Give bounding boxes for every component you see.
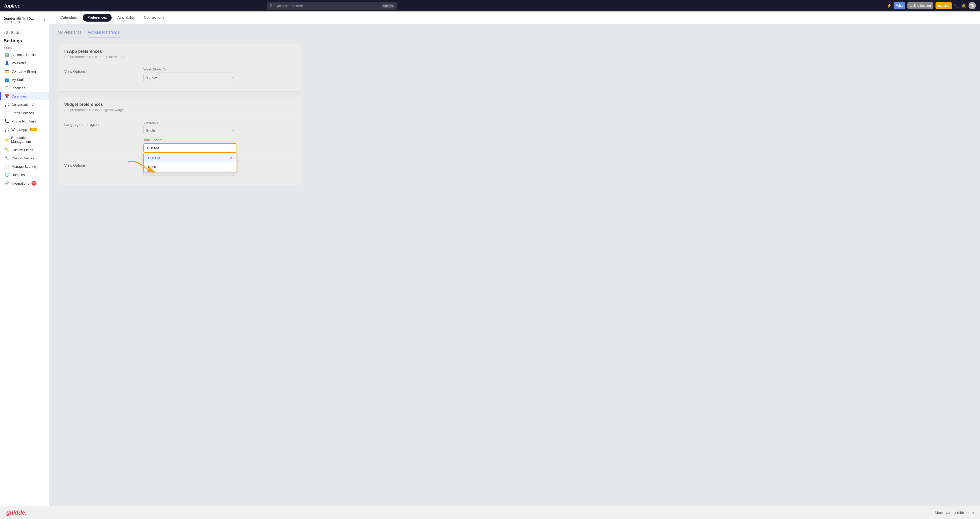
company-billing-icon: 💳 xyxy=(5,69,9,73)
lightning-icon[interactable]: ⚡ xyxy=(886,3,891,8)
sidebar-item-custom-fields[interactable]: ✏️ Custom Fields xyxy=(0,146,49,154)
email-services-icon: ✉️ xyxy=(5,111,9,115)
time-format-option-12h[interactable]: 1:30 PM ✓ xyxy=(144,153,237,162)
content-tabs: Calendars Preferences Availability Conne… xyxy=(49,11,980,24)
calendars-icon: 📅 xyxy=(5,94,9,98)
sidebar-item-phone-numbers[interactable]: 📞 Phone Numbers xyxy=(0,117,49,125)
sidebar-label-pipelines: Pipelines xyxy=(11,86,25,90)
sidebar-label-conversation-ai: Conversation AI xyxy=(11,103,35,106)
sidebar-item-reputation-management[interactable]: ⭐ Reputation Management xyxy=(0,134,49,146)
sidebar-item-custom-values[interactable]: 🔧 Custom Values xyxy=(0,154,49,162)
sidebar-label-domains: Domains xyxy=(11,173,25,177)
updates-button[interactable]: updates xyxy=(935,2,952,9)
my-profile-icon: 👤 xyxy=(5,61,9,65)
tab-availability[interactable]: Availability xyxy=(113,12,139,24)
week-starts-on-field: Week Starts On Sunday Monday xyxy=(143,67,237,82)
sidebar-label-email-services: Email Services xyxy=(11,111,34,115)
topbar-right: ⚡ Wha topline Support updates 📞 🔔 TU xyxy=(886,2,976,10)
notification-bell-icon[interactable]: 🔔 xyxy=(961,3,966,8)
sidebar-item-my-profile[interactable]: 👤 My Profile xyxy=(0,59,49,67)
sidebar-item-email-services[interactable]: ✉️ Email Services xyxy=(0,109,49,117)
preference-tabs: My Preference Account Preference xyxy=(58,30,301,37)
user-avatar[interactable]: TU xyxy=(969,2,976,10)
sidebar-label-reputation-management: Reputation Management xyxy=(11,136,46,143)
sidebar-label-integrations: Integrations xyxy=(11,181,29,186)
pref-tab-my-preference[interactable]: My Preference xyxy=(58,30,81,37)
time-format-option-24h[interactable]: 13:30 xyxy=(144,162,237,171)
support-button[interactable]: topline Support xyxy=(907,2,934,9)
search-bar[interactable]: 🔍 Quick search here Ctrl + K xyxy=(267,2,397,10)
in-app-desc: Set preferences like start day for the a… xyxy=(64,55,295,59)
sidebar-item-my-staff[interactable]: 👥 My Staff xyxy=(0,75,49,84)
custom-values-icon: 🔧 xyxy=(5,156,9,160)
time-format-dropdown: 1:30 PM ✓ 13:30 xyxy=(143,152,237,172)
view-options-label: View Options xyxy=(64,67,137,74)
pref-tab-account-preference[interactable]: Account Preference xyxy=(88,30,120,37)
domains-icon: 🌐 xyxy=(5,173,9,177)
tab-preferences[interactable]: Preferences xyxy=(83,14,111,22)
sidebar-label-manage-scoring: Manage Scoring xyxy=(11,165,36,168)
chevron-down-icon: ▾ xyxy=(44,19,46,22)
sidebar-item-company-billing[interactable]: 💳 Company Billing xyxy=(0,67,49,75)
widget-desc: Set preferences like language for widget xyxy=(64,108,295,112)
sidebar-item-business-profile[interactable]: 🏢 Business Profile xyxy=(0,51,49,59)
sidebar: Dunder Mifflin [D... Scranton, PA ▾ ‹ Go… xyxy=(0,11,49,506)
option-24h-label: 13:30 xyxy=(148,165,156,169)
sidebar-item-integrations[interactable]: 🔗 Integrations 20 xyxy=(0,179,49,188)
view-options-row: View Options Week Starts On Sunday Monda… xyxy=(64,67,295,82)
settings-title: Settings xyxy=(0,37,49,46)
integrations-badge: 20 xyxy=(32,181,37,186)
sidebar-item-domains[interactable]: 🌐 Domains xyxy=(0,171,49,179)
time-format-dropdown-container: 1:30 PM ⌄ 1:30 PM ✓ 13:30 xyxy=(143,143,237,152)
time-format-label: Time Format xyxy=(143,138,237,142)
dropdown-chevron-icon: ⌄ xyxy=(226,146,229,150)
topbar: topline 🔍 Quick search here Ctrl + K ⚡ W… xyxy=(0,0,980,11)
language-region-label: Language and region xyxy=(64,121,137,127)
footer-logo: guidde. xyxy=(6,509,27,516)
time-format-value: 1:30 PM xyxy=(146,146,159,150)
sidebar-label-company-billing: Company Billing xyxy=(11,70,36,73)
sidebar-label-custom-fields: Custom Fields xyxy=(11,148,33,152)
footer-text: Made with guidde.com xyxy=(935,510,974,515)
phone-numbers-icon: 📞 xyxy=(5,119,9,123)
sidebar-item-whatsapp[interactable]: 💬 WhatsApp beta xyxy=(0,125,49,134)
go-back-label: Go Back xyxy=(6,31,19,35)
check-icon: ✓ xyxy=(230,156,233,160)
tab-connections[interactable]: Connections xyxy=(139,12,169,24)
account-name: Dunder Mifflin [D... xyxy=(4,17,34,21)
business-profile-icon: 🏢 xyxy=(5,52,9,57)
sidebar-item-manage-scoring[interactable]: 📊 Manage Scoring xyxy=(0,162,49,171)
pipelines-icon: ☰ xyxy=(5,86,9,90)
sidebar-item-conversation-ai[interactable]: 💬 Conversation AI xyxy=(0,100,49,109)
widget-title: Widget preferences xyxy=(64,102,295,107)
go-back-link[interactable]: ‹ Go Back xyxy=(0,29,49,37)
tab-calendars[interactable]: Calendars xyxy=(56,12,82,24)
search-placeholder: Quick search here xyxy=(275,4,303,8)
app-logo: topline xyxy=(4,3,20,9)
week-starts-on-wrapper: Sunday Monday xyxy=(143,73,237,82)
week-starts-on-label: Week Starts On xyxy=(143,67,237,71)
sidebar-item-pipelines[interactable]: ☰ Pipelines xyxy=(0,84,49,92)
language-select[interactable]: English Spanish French xyxy=(143,125,237,135)
sidebar-label-phone-numbers: Phone Numbers xyxy=(11,119,36,123)
search-shortcut: Ctrl + K xyxy=(382,4,394,8)
beta-badge: beta xyxy=(29,128,37,131)
whatsapp-button[interactable]: Wha xyxy=(894,2,905,9)
account-switcher[interactable]: Dunder Mifflin [D... Scranton, PA ▾ xyxy=(0,14,49,27)
custom-fields-icon: ✏️ xyxy=(5,148,9,152)
my-staff-icon: 👥 xyxy=(5,78,9,82)
sidebar-item-calendars[interactable]: 📅 Calendars xyxy=(0,92,49,100)
time-format-selected[interactable]: 1:30 PM ⌄ xyxy=(143,143,237,152)
content-inner: My Preference Account Preference In App … xyxy=(49,24,310,197)
sidebar-label-my-staff: My Staff xyxy=(11,78,24,82)
phone-icon[interactable]: 📞 xyxy=(954,3,959,8)
time-format-section: Time Format 1:30 PM ⌄ 1:30 PM ✓ xyxy=(143,138,237,152)
week-starts-on-select[interactable]: Sunday Monday xyxy=(143,73,237,82)
arrow-left-icon: ‹ xyxy=(4,31,5,35)
widget-preferences-section: Widget preferences Set preferences like … xyxy=(58,97,301,186)
integrations-icon: 🔗 xyxy=(5,181,9,186)
conversation-ai-icon: 💬 xyxy=(5,102,9,106)
reputation-icon: ⭐ xyxy=(5,138,9,142)
language-region-row: Language and region Language English Spa… xyxy=(64,121,295,152)
search-icon: 🔍 xyxy=(269,4,274,8)
